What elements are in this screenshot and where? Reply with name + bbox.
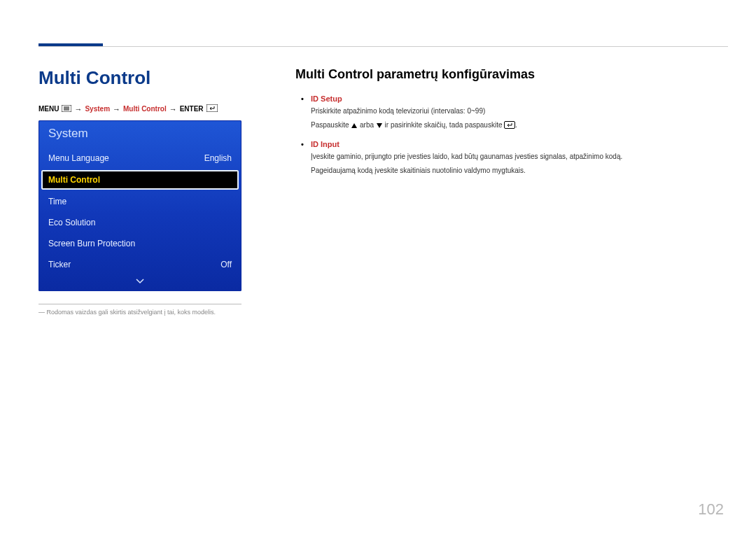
tv-panel-header: System bbox=[38, 120, 241, 148]
right-column: Multi Control parametrų konfigūravimas I… bbox=[295, 67, 718, 316]
id-input-text-2: Pageidaujamą kodą įveskite skaitiniais n… bbox=[311, 165, 718, 176]
menu-item-value: English bbox=[204, 153, 232, 163]
tv-menu-panel: System Menu Language English Multi Contr… bbox=[38, 120, 241, 291]
menu-item-label: Eco Solution bbox=[48, 218, 95, 227]
bullet-id-input: ID Input Įveskite gaminio, prijungto pri… bbox=[311, 140, 718, 176]
triangle-up-icon bbox=[351, 121, 358, 132]
arrow-right-icon: → bbox=[74, 105, 82, 113]
menu-item-label: Ticker bbox=[48, 260, 71, 269]
breadcrumb-system: System bbox=[85, 105, 110, 113]
left-column: Multi Control MENU → System → Multi Cont… bbox=[38, 67, 245, 316]
id-input-text-1: Įveskite gaminio, prijungto prie įvestie… bbox=[311, 151, 718, 162]
menu-item-time[interactable]: Time bbox=[38, 191, 241, 212]
arrow-right-icon: → bbox=[169, 105, 177, 113]
menu-item-label: Multi Control bbox=[48, 175, 100, 185]
section-title: Multi Control parametrų konfigūravimas bbox=[295, 67, 718, 82]
menu-icon bbox=[62, 105, 71, 113]
breadcrumb: MENU → System → Multi Control → ENTER bbox=[38, 104, 245, 113]
menu-item-eco-solution[interactable]: Eco Solution bbox=[38, 212, 241, 233]
menu-item-label: Screen Burn Protection bbox=[48, 239, 135, 248]
chevron-down-icon[interactable] bbox=[38, 275, 241, 287]
top-horizontal-rule bbox=[38, 46, 728, 47]
menu-item-screen-burn-protection[interactable]: Screen Burn Protection bbox=[38, 233, 241, 254]
breadcrumb-multi-control: Multi Control bbox=[123, 105, 167, 113]
id-setup-heading: ID Setup bbox=[311, 94, 342, 103]
id-setup-text-2: Paspauskite arba ir pasirinkite skaičių,… bbox=[311, 120, 718, 132]
panel-bottom-rule bbox=[38, 304, 241, 304]
menu-item-label: Time bbox=[48, 197, 66, 206]
footnote: Rodomas vaizdas gali skirtis atsižvelgia… bbox=[38, 309, 245, 316]
id-setup-text-1: Priskirkite atpažinimo kodą televizoriui… bbox=[311, 106, 718, 117]
page-number: 102 bbox=[698, 500, 724, 519]
menu-item-ticker[interactable]: Ticker Off bbox=[38, 254, 241, 275]
id-input-heading: ID Input bbox=[311, 140, 340, 148]
top-accent-bar bbox=[38, 43, 103, 46]
page-title: Multi Control bbox=[38, 67, 245, 89]
menu-item-menu-language[interactable]: Menu Language English bbox=[38, 148, 241, 169]
menu-item-multi-control[interactable]: Multi Control bbox=[41, 170, 239, 190]
enter-icon bbox=[504, 121, 515, 132]
breadcrumb-menu: MENU bbox=[38, 105, 59, 113]
triangle-down-icon bbox=[376, 121, 383, 132]
arrow-right-icon: → bbox=[113, 105, 120, 113]
enter-icon bbox=[206, 104, 218, 113]
breadcrumb-enter: ENTER bbox=[180, 105, 204, 113]
menu-item-label: Menu Language bbox=[48, 153, 109, 163]
menu-item-value: Off bbox=[220, 260, 232, 269]
bullet-id-setup: ID Setup Priskirkite atpažinimo kodą tel… bbox=[311, 94, 718, 132]
